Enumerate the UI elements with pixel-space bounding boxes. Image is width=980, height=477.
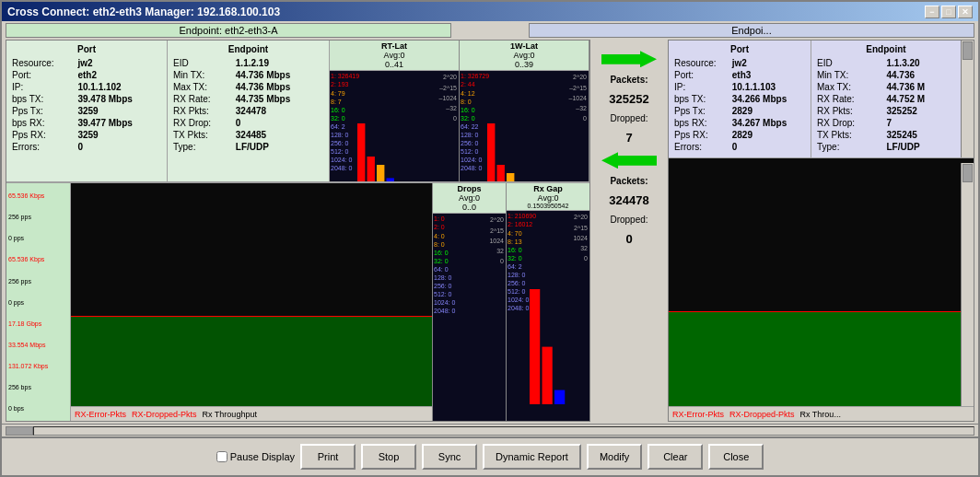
1w-lat-graph: 1: 326729 2: 44 4: 12 8: 0 16: 0 32: 0 6… [460,71,589,181]
bottom-button-bar: Pause Display Print Stop Sync Dynamic Re… [2,436,978,475]
right-bottom-area: RX-Error-Pkts RX-Dropped-Pkts Rx Throu..… [669,158,974,421]
left-endpoint-info: Endpoint EID1.1.2.19 Min TX:44.736 Mbps … [168,41,329,181]
center-strip: Packets: 325252 Dropped: 7 Packets: 3244… [593,40,665,422]
rt-lat-graph: 1: 326419 2: 193 4: 79 8: 7 16: 0 32: 0 … [330,71,459,181]
left-tab-rx-dropped[interactable]: RX-Dropped-Pkts [132,410,197,419]
drops-rxgap-columns: Drops Avg:0 0..0 1: 0 2: 0 4: 0 8: 0 [432,183,589,421]
graph-canvas-left [71,183,432,406]
svg-rect-2 [377,165,384,181]
packets2-value: 324478 [609,193,648,207]
right-info-row: Port Resource:jw2 Port:eth3 IP:10.1.1.10… [669,41,974,158]
pause-display-label: Pause Display [230,451,295,462]
sync-button[interactable]: Sync [422,444,477,470]
title-bar-buttons: − □ ✕ [925,6,973,18]
left-tab-rx-error[interactable]: RX-Error-Pkts [75,410,126,419]
right-endpoint-section-label: Endpoint [815,44,957,54]
svg-rect-8 [542,346,553,404]
left-bottom-area: 65.536 Kbps 256 pps 0 pps 65.536 Kbps 25… [6,182,589,421]
dropped-label: Dropped: [610,113,648,123]
right-port-info: Port Resource:jw2 Port:eth3 IP:10.1.1.10… [669,41,811,157]
left-side-stat-labels: 65.536 Kbps 256 pps 0 pps 65.536 Kbps 25… [6,183,71,421]
svg-rect-5 [497,165,505,181]
packets2-label: Packets: [610,176,648,186]
dropped2-value: 0 [625,232,632,246]
left-port-info: Port Resource:jw2 Port:eth2 IP:10.1.1.10… [6,41,168,181]
left-bottom-tabs[interactable]: RX-Error-Pkts RX-Dropped-Pkts Rx Through… [71,406,432,421]
left-info-row: Port Resource:jw2 Port:eth2 IP:10.1.1.10… [6,41,589,182]
right-port-section-label: Port [672,44,807,54]
right-panel: Port Resource:jw2 Port:eth3 IP:10.1.1.10… [668,40,974,422]
right-port-table: Resource:jw2 Port:eth3 IP:10.1.1.103 bps… [672,56,807,154]
endpoint-b-header: Endpoi... [529,23,974,38]
stop-button[interactable]: Stop [361,444,416,470]
svg-rect-9 [554,390,565,404]
svg-rect-7 [530,289,540,404]
right-graph-canvas [669,158,974,406]
right-scrollbar[interactable] [961,41,974,157]
right-tab-rx-error[interactable]: RX-Error-Pkts [672,410,724,419]
svg-rect-6 [507,173,514,181]
main-window: Cross Connect: eth2-eth3 Manager: 192.16… [0,0,980,477]
rx-gap-column: Rx Gap Avg:0 0.1503950542 1: 210690 2: 1… [507,183,589,421]
title-bar: Cross Connect: eth2-eth3 Manager: 192.16… [2,2,978,21]
svg-rect-4 [487,123,495,181]
right-tab-rx-throughput[interactable]: Rx Throu... [800,410,841,419]
window-title: Cross Connect: eth2-eth3 Manager: 192.16… [7,6,280,18]
rx-gap-header: Rx Gap Avg:0 0.1503950542 [507,183,589,211]
svg-rect-3 [387,179,394,182]
clear-button[interactable]: Clear [648,444,703,470]
rt-lat-header: RT-Lat Avg:0 0..41 [330,41,459,71]
right-tab-rx-dropped[interactable]: RX-Dropped-Pkts [729,410,795,419]
drops-column: Drops Avg:0 0..0 1: 0 2: 0 4: 0 8: 0 [433,183,507,421]
svg-rect-1 [368,157,375,181]
right-endpoint-table: EID1.1.3.20 Min TX:44.736 Max TX:44.736 … [815,56,957,154]
dynamic-report-button[interactable]: Dynamic Report [483,444,581,470]
right-bottom-tabs[interactable]: RX-Error-Pkts RX-Dropped-Pkts Rx Throu..… [669,406,974,421]
horizontal-scrollbar[interactable] [2,424,978,436]
minimize-button[interactable]: − [925,6,939,18]
arrow-right-indicator [601,51,657,67]
right-scrollbar-vertical[interactable] [961,163,974,406]
maximize-button[interactable]: □ [941,6,956,18]
port-table: Resource:jw2 Port:eth2 IP:10.1.1.102 bps… [10,56,163,154]
print-button[interactable]: Print [300,444,356,470]
close-button[interactable]: Close [708,444,764,470]
left-panel: Port Resource:jw2 Port:eth2 IP:10.1.1.10… [6,40,590,422]
pause-display-checkbox[interactable] [216,451,228,462]
endpoint-section-label: Endpoint [171,44,325,54]
svg-rect-0 [357,123,365,181]
arrow-left-indicator [601,152,657,169]
dropped2-label: Dropped: [610,215,648,225]
drops-header: Drops Avg:0 0..0 [433,183,506,214]
close-window-button[interactable]: ✕ [958,6,973,18]
packets-value: 325252 [609,92,648,106]
pause-display-checkbox-label[interactable]: Pause Display [216,451,295,462]
drops-graph: 1: 0 2: 0 4: 0 8: 0 16: 0 32: 0 64: 0 12… [433,214,506,421]
endpoint-table: EID1.1.2.19 Min TX:44.736 Mbps Max TX:44… [171,56,325,154]
rt-lat-column: RT-Lat Avg:0 0..41 1: 326419 2: 193 4: 7… [330,41,460,181]
modify-button[interactable]: Modify [587,444,642,470]
left-throughput-graph: RX-Error-Pkts RX-Dropped-Pkts Rx Through… [71,183,432,421]
left-tab-rx-throughput[interactable]: Rx Throughput [203,410,257,419]
packets-label: Packets: [610,75,648,85]
endpoint-a-header: Endpoint: eth2-eth3-A [6,23,451,38]
rx-gap-graph: 1: 210690 2: 16012 4: 70 8: 13 16: 0 32:… [507,211,589,421]
right-endpoint-info: Endpoint EID1.1.3.20 Min TX:44.736 Max T… [811,41,961,157]
panels-container: Port Resource:jw2 Port:eth2 IP:10.1.1.10… [2,38,978,424]
left-graphs-top: RT-Lat Avg:0 0..41 1: 326419 2: 193 4: 7… [329,41,589,181]
1w-lat-column: 1W-Lat Avg:0 0..39 1: 326729 2: 44 4: 12… [460,41,589,181]
dropped-value: 7 [625,131,632,145]
1w-lat-header: 1W-Lat Avg:0 0..39 [460,41,589,71]
port-section-label: Port [10,44,163,54]
content-area: Endpoint: eth2-eth3-A Endpoi... Port Res… [2,21,978,475]
